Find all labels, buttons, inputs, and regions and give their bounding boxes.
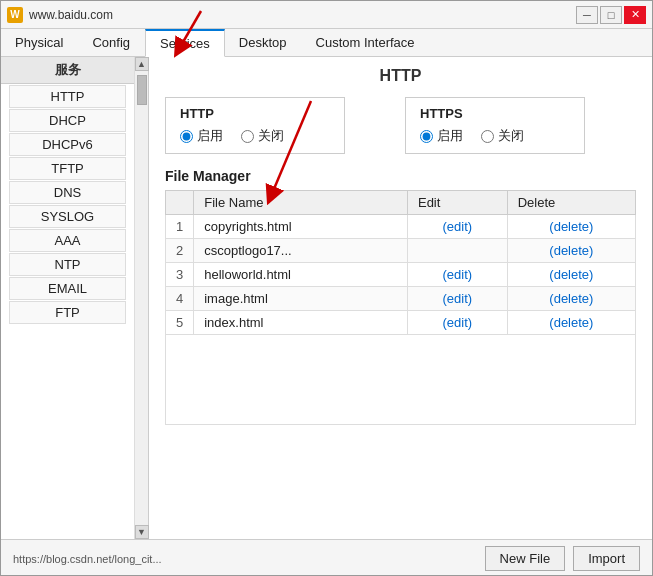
import-button[interactable]: Import (573, 546, 640, 571)
menu-bar: Physical Config Services Desktop Custom … (1, 29, 652, 57)
http-disabled-option[interactable]: 关闭 (241, 127, 284, 145)
file-name: image.html (194, 287, 408, 311)
bottom-bar: https://blog.csdn.net/long_cit... New Fi… (1, 539, 652, 576)
new-file-button[interactable]: New File (485, 546, 566, 571)
delete-action[interactable]: (delete) (507, 263, 635, 287)
table-row: 5 index.html (edit) (delete) (166, 311, 636, 335)
https-enabled-label: 启用 (437, 127, 463, 145)
sidebar-item-http[interactable]: HTTP (9, 85, 126, 108)
row-number: 5 (166, 311, 194, 335)
action-buttons: New File Import (485, 546, 640, 571)
table-row: 1 copyrights.html (edit) (delete) (166, 215, 636, 239)
delete-action[interactable]: (delete) (507, 311, 635, 335)
row-number: 1 (166, 215, 194, 239)
scroll-thumb[interactable] (137, 75, 147, 105)
minimize-button[interactable]: ─ (576, 6, 598, 24)
edit-action[interactable]: (edit) (407, 287, 507, 311)
http-enabled-label: 启用 (197, 127, 223, 145)
col-num (166, 191, 194, 215)
sidebar-item-dns[interactable]: DNS (9, 181, 126, 204)
https-enabled-option[interactable]: 启用 (420, 127, 463, 145)
row-number: 4 (166, 287, 194, 311)
protocol-row: HTTP 启用 关闭 HTTPS (165, 97, 636, 154)
sidebar-item-ntp[interactable]: NTP (9, 253, 126, 276)
delete-action[interactable]: (delete) (507, 215, 635, 239)
sidebar-item-syslog[interactable]: SYSLOG (9, 205, 126, 228)
tab-services[interactable]: Services (145, 29, 225, 57)
sidebar-list: HTTP DHCP DHCPv6 TFTP DNS SYSLOG AAA NTP… (1, 84, 134, 325)
panel-title: HTTP (165, 67, 636, 85)
https-label: HTTPS (420, 106, 570, 121)
sidebar-item-dhcp[interactable]: DHCP (9, 109, 126, 132)
window-title: www.baidu.com (29, 8, 113, 22)
main-content: 服务 HTTP DHCP DHCPv6 TFTP DNS SYSLOG AAA … (1, 57, 652, 539)
file-manager-title: File Manager (165, 168, 636, 184)
sidebar-item-dhcpv6[interactable]: DHCPv6 (9, 133, 126, 156)
maximize-button[interactable]: □ (600, 6, 622, 24)
tab-physical[interactable]: Physical (1, 29, 78, 56)
sidebar-header: 服务 (1, 57, 134, 84)
tab-custom-interface[interactable]: Custom Interface (302, 29, 430, 56)
scroll-down-arrow[interactable]: ▼ (135, 525, 149, 539)
file-name: helloworld.html (194, 263, 408, 287)
edit-action[interactable]: (edit) (407, 263, 507, 287)
delete-action[interactable]: (delete) (507, 239, 635, 263)
table-row: 2 cscoptlogo17... (delete) (166, 239, 636, 263)
http-disabled-label: 关闭 (258, 127, 284, 145)
window-controls: ─ □ ✕ (576, 6, 646, 24)
http-label: HTTP (180, 106, 330, 121)
http-disabled-radio[interactable] (241, 130, 254, 143)
https-enabled-radio[interactable] (420, 130, 433, 143)
status-url: https://blog.csdn.net/long_cit... (13, 553, 162, 565)
title-bar: W www.baidu.com ─ □ ✕ (1, 1, 652, 29)
https-disabled-option[interactable]: 关闭 (481, 127, 524, 145)
tab-desktop[interactable]: Desktop (225, 29, 302, 56)
sidebar-item-tftp[interactable]: TFTP (9, 157, 126, 180)
http-group: HTTP 启用 关闭 (165, 97, 345, 154)
edit-action[interactable]: (edit) (407, 215, 507, 239)
sidebar-item-ftp[interactable]: FTP (9, 301, 126, 324)
right-panel: HTTP HTTP 启用 关闭 (149, 57, 652, 539)
https-group: HTTPS 启用 关闭 (405, 97, 585, 154)
https-disabled-radio[interactable] (481, 130, 494, 143)
row-number: 2 (166, 239, 194, 263)
scroll-up-arrow[interactable]: ▲ (135, 57, 149, 71)
file-table-empty-area (165, 335, 636, 425)
http-radio-group: 启用 关闭 (180, 127, 330, 145)
app-icon: W (7, 7, 23, 23)
file-name: index.html (194, 311, 408, 335)
file-name: cscoptlogo17... (194, 239, 408, 263)
https-disabled-label: 关闭 (498, 127, 524, 145)
edit-action[interactable]: (edit) (407, 311, 507, 335)
file-name: copyrights.html (194, 215, 408, 239)
col-filename: File Name (194, 191, 408, 215)
table-row: 4 image.html (edit) (delete) (166, 287, 636, 311)
row-number: 3 (166, 263, 194, 287)
col-edit: Edit (407, 191, 507, 215)
sidebar-item-aaa[interactable]: AAA (9, 229, 126, 252)
sidebar-scrollbar[interactable]: ▲ ▼ (134, 57, 148, 539)
close-button[interactable]: ✕ (624, 6, 646, 24)
sidebar: 服务 HTTP DHCP DHCPv6 TFTP DNS SYSLOG AAA … (1, 57, 149, 539)
tab-config[interactable]: Config (78, 29, 145, 56)
https-radio-group: 启用 关闭 (420, 127, 570, 145)
col-delete: Delete (507, 191, 635, 215)
delete-action[interactable]: (delete) (507, 287, 635, 311)
http-enabled-option[interactable]: 启用 (180, 127, 223, 145)
edit-action[interactable] (407, 239, 507, 263)
table-row: 3 helloworld.html (edit) (delete) (166, 263, 636, 287)
file-table: File Name Edit Delete 1 copyrights.html … (165, 190, 636, 335)
sidebar-item-email[interactable]: EMAIL (9, 277, 126, 300)
http-enabled-radio[interactable] (180, 130, 193, 143)
